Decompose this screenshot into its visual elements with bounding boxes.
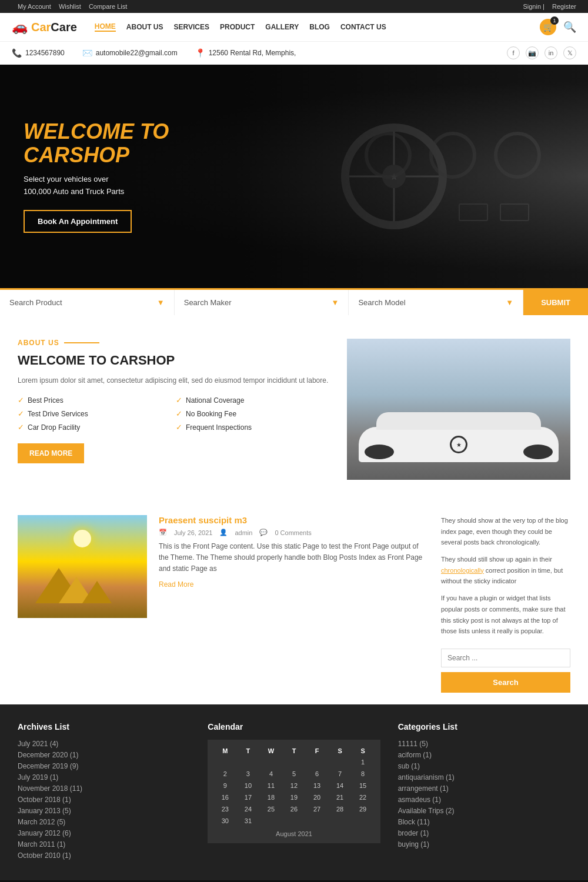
archives-title: Archives List bbox=[18, 722, 190, 731]
nav-home[interactable]: HOME bbox=[95, 22, 116, 32]
table-row: 3031 bbox=[213, 815, 374, 827]
blog-post: Praesent suscipit m3 📅 July 26, 2021 👤 a… bbox=[18, 515, 423, 618]
table-row: 23242526272829 bbox=[213, 803, 374, 815]
about-content: ABOUT US WELCOME TO CARSHOP Lorem ipsum … bbox=[18, 339, 329, 480]
compare-list-link[interactable]: Compare List bbox=[89, 3, 127, 10]
check-icon: ✓ bbox=[176, 423, 182, 432]
separator: | bbox=[543, 3, 544, 10]
check-icon: ✓ bbox=[18, 423, 24, 432]
list-item[interactable]: buying (1) bbox=[398, 840, 570, 848]
header-icons: 🛒 1 🔍 bbox=[540, 19, 576, 35]
list-item[interactable]: asmadeus (1) bbox=[398, 796, 570, 804]
read-more-button[interactable]: READ MORE bbox=[18, 443, 84, 463]
cal-header-t: T bbox=[236, 746, 259, 756]
phone-icon: 📞 bbox=[12, 48, 22, 58]
nav-gallery[interactable]: GALLERY bbox=[265, 23, 299, 31]
book-appointment-button[interactable]: Book An Appointment bbox=[24, 210, 132, 233]
hero-subtitle: Select your vehicles over 100,000 Auto a… bbox=[24, 173, 169, 198]
list-item[interactable]: Block (11) bbox=[398, 818, 570, 826]
list-item[interactable]: arrangement (1) bbox=[398, 784, 570, 793]
search-maker-dropdown[interactable]: Search Maker ▼ bbox=[175, 290, 349, 315]
nav-about[interactable]: ABOUT US bbox=[126, 23, 163, 31]
feature-no-booking: ✓ No Booking Fee bbox=[176, 409, 329, 418]
calendar-icon: 📅 bbox=[159, 529, 167, 536]
list-item[interactable]: July 2019 (1) bbox=[18, 773, 190, 781]
list-item[interactable]: December 2019 (9) bbox=[18, 762, 190, 770]
categories-list: 11111 (5) aciform (1) sub (1) antiquaria… bbox=[398, 740, 570, 848]
feature-test-drive: ✓ Test Drive Services bbox=[18, 409, 171, 418]
search-button[interactable]: Search bbox=[441, 672, 570, 693]
calendar-month: August 2021 bbox=[213, 830, 374, 837]
list-item[interactable]: aciform (1) bbox=[398, 751, 570, 759]
table-row: 2345678 bbox=[213, 768, 374, 780]
search-model-dropdown[interactable]: Search Model ▼ bbox=[349, 290, 523, 315]
calendar-table: M T W T F S S 1 2345678 bbox=[213, 746, 374, 827]
search-product-dropdown[interactable]: Search Product ▼ bbox=[0, 290, 175, 315]
twitter-icon[interactable]: 𝕏 bbox=[563, 46, 576, 59]
list-item[interactable]: March 2011 (1) bbox=[18, 840, 190, 848]
feature-national-coverage: ✓ National Coverage bbox=[176, 396, 329, 405]
list-item[interactable]: broder (1) bbox=[398, 829, 570, 837]
calendar-title: Calendar bbox=[208, 722, 380, 731]
archives-list: July 2021 (4) December 2020 (1) December… bbox=[18, 740, 190, 860]
cal-header-w: W bbox=[259, 746, 282, 756]
address-text: 12560 Rental Rd, Memphis, bbox=[209, 49, 296, 57]
list-item[interactable]: November 2018 (11) bbox=[18, 784, 190, 793]
cal-header-t2: T bbox=[282, 746, 305, 756]
cart-button[interactable]: 🛒 1 bbox=[540, 19, 556, 35]
register-link[interactable]: Register bbox=[552, 3, 576, 10]
wishlist-link[interactable]: Wishlist bbox=[59, 3, 81, 10]
search-model-label: Search Model bbox=[358, 298, 405, 307]
about-car-image: ★ bbox=[347, 339, 570, 480]
address-info: 📍 12560 Rental Rd, Memphis, bbox=[195, 48, 296, 58]
about-label: ABOUT US bbox=[18, 339, 329, 347]
calendar-widget: M T W T F S S 1 2345678 bbox=[208, 740, 380, 843]
facebook-icon[interactable]: f bbox=[507, 46, 520, 59]
about-description: Lorem ipsum dolor sit amet, consectetur … bbox=[18, 375, 329, 386]
cart-badge: 1 bbox=[550, 16, 559, 25]
blog-main: Praesent suscipit m3 📅 July 26, 2021 👤 a… bbox=[18, 515, 423, 693]
search-icon[interactable]: 🔍 bbox=[563, 21, 576, 34]
site-header: 🚗 CarCare HOME ABOUT US SERVICES PRODUCT… bbox=[0, 13, 588, 42]
sidebar-text-1: They should show at the very top of the … bbox=[441, 515, 570, 548]
list-item[interactable]: October 2018 (1) bbox=[18, 796, 190, 804]
location-icon: 📍 bbox=[195, 48, 205, 58]
post-comments: 0 Comments bbox=[275, 529, 311, 536]
list-item[interactable]: July 2021 (4) bbox=[18, 740, 190, 748]
chronologically-link[interactable]: chronologically bbox=[441, 567, 484, 574]
list-item[interactable]: October 2010 (1) bbox=[18, 851, 190, 860]
list-item[interactable]: Available Trips (2) bbox=[398, 807, 570, 815]
my-account-link[interactable]: My Account bbox=[18, 3, 51, 10]
nav-services[interactable]: SERVICES bbox=[174, 23, 209, 31]
nav-contact[interactable]: CONTACT US bbox=[340, 23, 386, 31]
nav-product[interactable]: PRODUCT bbox=[220, 23, 255, 31]
site-logo[interactable]: 🚗 CarCare bbox=[12, 19, 77, 35]
cal-header-f: F bbox=[306, 746, 329, 756]
instagram-icon[interactable]: 📷 bbox=[526, 46, 539, 59]
phone-info: 📞 1234567890 bbox=[12, 48, 65, 58]
list-item[interactable]: January 2012 (6) bbox=[18, 829, 190, 837]
linkedin-icon[interactable]: in bbox=[544, 46, 557, 59]
search-submit-button[interactable]: SUBMIT bbox=[523, 290, 588, 315]
nav-blog[interactable]: BLOG bbox=[309, 23, 330, 31]
categories-title: Categories List bbox=[398, 722, 570, 731]
cal-header-s2: S bbox=[352, 746, 375, 756]
list-item[interactable]: December 2020 (1) bbox=[18, 751, 190, 759]
search-maker-label: Search Maker bbox=[184, 298, 232, 307]
list-item[interactable]: January 2013 (5) bbox=[18, 807, 190, 815]
list-item[interactable]: March 2012 (5) bbox=[18, 818, 190, 826]
site-footer: Archives List July 2021 (4) December 202… bbox=[0, 704, 588, 880]
blog-read-more-link[interactable]: Read More bbox=[159, 580, 193, 589]
signin-link[interactable]: Signin bbox=[523, 3, 541, 10]
search-bar: Search Product ▼ Search Maker ▼ Search M… bbox=[0, 288, 588, 315]
list-item[interactable]: sub (1) bbox=[398, 762, 570, 770]
search-input[interactable] bbox=[441, 649, 570, 667]
list-item[interactable]: antiquarianism (1) bbox=[398, 773, 570, 781]
table-row: 1 bbox=[213, 756, 374, 768]
hero-section: ★ WELCOME TO CARSHOP Select your vehicle… bbox=[0, 65, 588, 288]
blog-sidebar: They should show at the very top of the … bbox=[441, 515, 570, 693]
product-dropdown-arrow: ▼ bbox=[157, 298, 165, 307]
feature-car-drop: ✓ Car Drop Facility bbox=[18, 423, 171, 432]
list-item[interactable]: 11111 (5) bbox=[398, 740, 570, 748]
table-row: 16171819202122 bbox=[213, 791, 374, 803]
